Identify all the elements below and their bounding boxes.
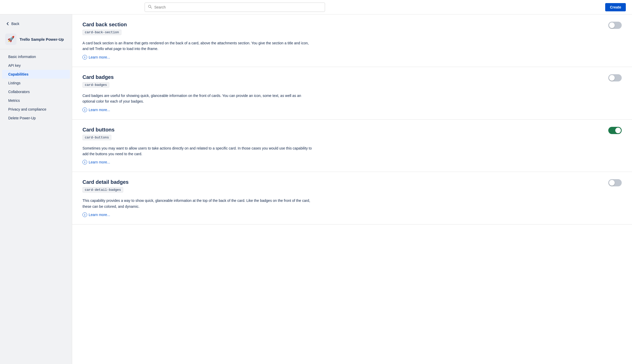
learn-more-link-3[interactable]: i Learn more... xyxy=(82,212,622,217)
toggle-track-3 xyxy=(608,179,622,186)
search-wrapper xyxy=(145,3,325,12)
capability-header-3: Card detail badges card-detail-badges xyxy=(82,179,622,195)
sidebar-item-delete-power-up[interactable]: Delete Power-Up xyxy=(2,114,70,122)
capability-left-0: Card back section card-back-section xyxy=(82,22,608,38)
app-layout: Back 🚀 Trello Sample Power-Up Basic info… xyxy=(0,14,632,364)
capability-desc-2: Sometimes you may want to allow users to… xyxy=(82,145,314,157)
capability-section-2: Card buttons card-buttons Sometimes you … xyxy=(72,120,632,172)
main-content: Card back section card-back-section A ca… xyxy=(72,14,632,364)
search-input[interactable] xyxy=(154,5,322,9)
back-link[interactable]: Back xyxy=(0,20,72,28)
toggle-thumb-2 xyxy=(615,128,621,133)
sidebar-item-basic-information[interactable]: Basic information xyxy=(2,52,70,61)
sidebar-item-metrics[interactable]: Metrics xyxy=(2,96,70,105)
capability-left-2: Card buttons card-buttons xyxy=(82,127,608,143)
capability-tag-3: card-detail-badges xyxy=(82,187,123,193)
info-icon-0: i xyxy=(82,55,87,60)
back-label: Back xyxy=(11,22,19,26)
learn-more-link-1[interactable]: i Learn more... xyxy=(82,107,622,112)
capability-header-0: Card back section card-back-section xyxy=(82,22,622,38)
capability-title-0: Card back section xyxy=(82,22,608,28)
capability-desc-0: A card back section is an iframe that ge… xyxy=(82,40,314,52)
info-icon-2: i xyxy=(82,160,87,164)
learn-more-link-2[interactable]: i Learn more... xyxy=(82,160,622,164)
capability-section-1: Card badges card-badges Card badges are … xyxy=(72,67,632,120)
toggle-thumb-3 xyxy=(609,180,615,186)
sidebar-item-privacy-and-compliance[interactable]: Privacy and compliance xyxy=(2,105,70,114)
capability-tag-1: card-badges xyxy=(82,82,109,88)
topbar: Create xyxy=(0,0,632,14)
back-arrow-icon xyxy=(6,22,9,25)
toggle-thumb-1 xyxy=(609,75,615,81)
toggle-track-0 xyxy=(608,22,622,29)
learn-more-label-3: Learn more... xyxy=(89,213,110,217)
sidebar-item-capabilities[interactable]: Capabilities xyxy=(2,70,70,79)
capability-title-3: Card detail badges xyxy=(82,179,608,185)
app-name: Trello Sample Power-Up xyxy=(20,37,64,42)
capability-left-1: Card badges card-badges xyxy=(82,74,608,90)
capability-section-3: Card detail badges card-detail-badges Th… xyxy=(72,172,632,225)
svg-line-1 xyxy=(151,7,152,9)
capability-desc-1: Card badges are useful for showing quick… xyxy=(82,93,314,104)
capability-left-3: Card detail badges card-detail-badges xyxy=(82,179,608,195)
capability-toggle-1[interactable] xyxy=(608,74,622,81)
info-icon-3: i xyxy=(82,212,87,217)
capability-section-0: Card back section card-back-section A ca… xyxy=(72,14,632,67)
toggle-thumb-0 xyxy=(609,22,615,28)
app-icon: 🚀 xyxy=(5,34,16,45)
sidebar-navigation: Basic informationAPI keyCapabilitiesList… xyxy=(0,51,72,123)
info-icon-1: i xyxy=(82,107,87,112)
sidebar: Back 🚀 Trello Sample Power-Up Basic info… xyxy=(0,14,72,364)
sidebar-item-listings[interactable]: Listings xyxy=(2,79,70,87)
capability-tag-0: card-back-section xyxy=(82,30,121,35)
create-button[interactable]: Create xyxy=(605,3,626,11)
toggle-track-2 xyxy=(608,127,622,134)
search-icon xyxy=(148,5,152,10)
sidebar-item-collaborators[interactable]: Collaborators xyxy=(2,87,70,96)
capability-toggle-2[interactable] xyxy=(608,127,622,134)
learn-more-label-1: Learn more... xyxy=(89,108,110,112)
sidebar-item-api-key[interactable]: API key xyxy=(2,61,70,70)
learn-more-label-0: Learn more... xyxy=(89,55,110,59)
capability-toggle-0[interactable] xyxy=(608,22,622,29)
capability-toggle-3[interactable] xyxy=(608,179,622,186)
capability-desc-3: This capability provides a way to show q… xyxy=(82,198,314,209)
capability-header-2: Card buttons card-buttons xyxy=(82,127,622,143)
capability-tag-2: card-buttons xyxy=(82,135,111,140)
toggle-track-1 xyxy=(608,74,622,81)
rocket-icon: 🚀 xyxy=(7,36,14,43)
capability-title-2: Card buttons xyxy=(82,127,608,133)
learn-more-link-0[interactable]: i Learn more... xyxy=(82,55,622,60)
app-header: 🚀 Trello Sample Power-Up xyxy=(0,31,72,49)
capability-header-1: Card badges card-badges xyxy=(82,74,622,90)
learn-more-label-2: Learn more... xyxy=(89,160,110,164)
capability-title-1: Card badges xyxy=(82,74,608,80)
